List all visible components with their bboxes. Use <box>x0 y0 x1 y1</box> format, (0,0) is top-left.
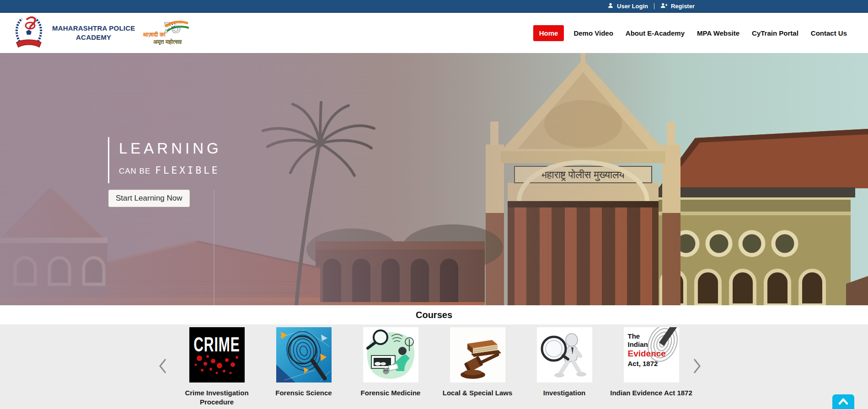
evidence-thumb-line2: Indian <box>628 341 648 348</box>
course-card-investigation[interactable]: Investigation <box>525 327 603 406</box>
brand-line2: ACADEMY <box>52 33 135 42</box>
header: MAHARASHTRA POLICE ACADEMY 75 आज़ादी का … <box>0 13 868 53</box>
hero-heading: LEARNING <box>119 140 222 157</box>
brand-name: MAHARASHTRA POLICE ACADEMY <box>52 24 135 42</box>
evidence-thumb-line4: Act, 1872 <box>628 360 658 367</box>
courses-carousel: CRIME Crime Investigation Procedure <box>0 324 868 409</box>
azadi-ka-amrit-mahotsav-logo: 75 आज़ादी का अमृत महोत्सव <box>142 17 190 48</box>
forensic-medicine-thumbnail <box>363 327 418 382</box>
course-label: Forensic Science <box>275 388 332 398</box>
laws-thumbnail <box>450 327 505 382</box>
mpa-eacademy-home-page: User Login Register <box>0 0 868 409</box>
hero-subtitle-large: FLEXIBLE <box>155 165 220 176</box>
evidence-thumb-line1: The <box>628 333 640 340</box>
nav-item-cytrain-portal[interactable]: CyTrain Portal <box>749 25 801 41</box>
course-label: Local & Special Laws <box>443 388 513 398</box>
nav-item-home[interactable]: Home <box>533 25 564 41</box>
course-label: Indian Evidence Act 1872 <box>610 388 692 398</box>
course-label: Crime Investigation Procedure <box>182 388 252 406</box>
course-label: Forensic Medicine <box>361 388 421 398</box>
brand-line1: MAHARASHTRA POLICE <box>52 24 135 33</box>
carousel-prev-button[interactable] <box>157 357 168 377</box>
chevron-up-icon <box>838 398 849 405</box>
azadi-line1-text: आज़ादी का <box>143 31 166 38</box>
user-icon <box>607 2 614 10</box>
crime-thumb-text: CRIME <box>189 334 245 356</box>
topbar-separator <box>654 3 654 9</box>
start-learning-button[interactable]: Start Learning Now <box>108 190 190 207</box>
carousel-track: CRIME Crime Investigation Procedure <box>178 327 690 406</box>
user-login-link[interactable]: User Login <box>607 2 648 10</box>
evidence-thumb-line3: Evidence <box>628 349 666 358</box>
forensic-science-thumbnail <box>276 327 332 382</box>
mpa-logo <box>13 14 45 52</box>
courses-section-title: Courses <box>0 305 868 324</box>
investigation-thumbnail <box>537 327 592 382</box>
brand-group: MAHARASHTRA POLICE ACADEMY 75 आज़ादी का … <box>13 14 190 52</box>
course-card-indian-evidence-act[interactable]: The Indian Evidence Act, 1872 Indian Evi… <box>612 327 690 406</box>
hero-banner: महाराष्ट्र पोलीस मुख्यालय <box>0 53 868 305</box>
evidence-act-thumbnail: The Indian Evidence Act, 1872 <box>624 327 679 382</box>
user-login-label: User Login <box>617 3 648 10</box>
register-label: Register <box>671 3 695 10</box>
scroll-to-top-button[interactable] <box>832 394 854 409</box>
main-navigation: Home Demo Video About E-Academy MPA Webs… <box>533 25 850 41</box>
chevron-right-icon <box>691 357 702 375</box>
nav-item-demo-video[interactable]: Demo Video <box>571 25 616 41</box>
course-card-crime-investigation[interactable]: CRIME Crime Investigation Procedure <box>178 327 256 406</box>
chevron-left-icon <box>157 357 168 375</box>
azadi-line2-text: अमृत महोत्सव <box>153 38 182 45</box>
user-plus-icon <box>660 2 668 10</box>
course-label: Investigation <box>543 388 586 398</box>
hero-copy: LEARNING CAN BE FLEXIBLE Start Learning … <box>108 137 222 207</box>
nav-item-contact-us[interactable]: Contact Us <box>808 25 850 41</box>
hero-quote: LEARNING CAN BE FLEXIBLE <box>108 137 222 183</box>
nav-item-about-eacademy[interactable]: About E-Academy <box>623 25 687 41</box>
register-link[interactable]: Register <box>660 2 695 10</box>
carousel-next-button[interactable] <box>691 357 702 377</box>
topbar: User Login Register <box>0 0 868 13</box>
course-card-local-special-laws[interactable]: Local & Special Laws <box>439 327 516 406</box>
course-card-forensic-medicine[interactable]: Forensic Medicine <box>352 327 429 406</box>
crime-course-thumbnail: CRIME <box>189 327 245 382</box>
nav-item-mpa-website[interactable]: MPA Website <box>694 25 742 41</box>
course-card-forensic-science[interactable]: Forensic Science <box>265 327 343 406</box>
hero-subtitle-small: CAN BE <box>119 167 150 176</box>
